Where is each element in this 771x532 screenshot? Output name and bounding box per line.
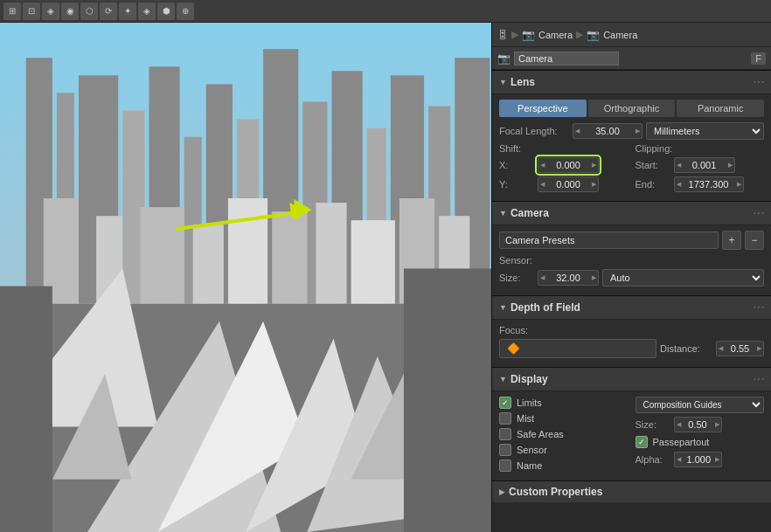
lens-section-menu[interactable]: ⋯: [753, 75, 764, 89]
toolbar-icon-7[interactable]: ✦: [119, 3, 136, 20]
right-panel: 🎛 ▶ 📷 Camera ▶ 📷 Camera 📷 F ▼ Lens ⋯ Per…: [491, 23, 771, 532]
limits-checkbox[interactable]: [499, 397, 511, 409]
dof-section-title: Depth of Field: [511, 301, 580, 314]
tab-perspective[interactable]: Perspective: [499, 100, 587, 117]
dof-section-content: Focus: 🔶 Distance: 0.55: [492, 320, 771, 367]
toolbar-icon-2[interactable]: ⊡: [23, 3, 40, 20]
svg-rect-24: [351, 220, 395, 303]
focus-label-row: Focus:: [499, 325, 764, 335]
passepartout-label: Passepartout: [653, 437, 710, 447]
toolbar-icon-10[interactable]: ⊕: [177, 3, 194, 20]
display-section-header[interactable]: ▼ Display ⋯: [492, 367, 771, 391]
focal-length-unit-select[interactable]: Millimeters: [646, 122, 764, 140]
toolbar-icon-5[interactable]: ⬡: [80, 3, 98, 20]
mist-row: Mist: [499, 412, 629, 425]
city-scene: [0, 23, 491, 532]
dof-collapse-triangle: ▼: [499, 303, 507, 312]
shift-col: Shift: X: 0.000 Y: 0.000: [499, 143, 629, 196]
camera-section-content: Camera Presets + − Sensor: Size: 32.00 A…: [492, 225, 771, 295]
shift-x-row: X: 0.000: [499, 157, 629, 173]
camera-presets-add-btn[interactable]: +: [722, 231, 741, 250]
display-size-label: Size:: [636, 419, 670, 430]
clipping-end-input[interactable]: 1737.300: [674, 176, 744, 192]
camera-icon-breadcrumb-2: 📷: [587, 29, 600, 41]
alpha-label: Alpha:: [636, 454, 670, 465]
clipping-label: Clipping:: [636, 143, 705, 154]
camera-presets-remove-btn[interactable]: −: [745, 231, 764, 250]
focus-label: Focus:: [499, 325, 569, 335]
distance-label: Distance:: [660, 343, 712, 354]
shift-label-row: Shift:: [499, 143, 629, 154]
name-row: Name: [499, 459, 629, 472]
dof-section-menu[interactable]: ⋯: [753, 301, 764, 314]
lens-section-header[interactable]: ▼ Lens ⋯: [492, 70, 771, 94]
alpha-input[interactable]: 1.000: [674, 452, 722, 467]
limits-label: Limits: [517, 397, 542, 408]
display-two-col: Limits Mist Safe Areas Sensor: [499, 397, 764, 475]
guides-select[interactable]: Composition Guides: [636, 397, 765, 413]
object-name-input[interactable]: [514, 52, 619, 66]
shift-x-input[interactable]: 0.000: [538, 157, 599, 173]
toolbar-icon-4[interactable]: ◉: [61, 3, 79, 20]
clipping-end-label: End:: [636, 179, 670, 190]
passepartout-checkbox[interactable]: [636, 436, 648, 448]
viewport[interactable]: [0, 23, 491, 532]
shift-y-input[interactable]: 0.000: [538, 176, 599, 192]
shift-x-label: X:: [499, 160, 534, 170]
camera-presets-dropdown[interactable]: Camera Presets: [499, 231, 719, 249]
tab-panoramic[interactable]: Panoramic: [677, 100, 764, 117]
distance-input[interactable]: 0.55: [716, 341, 764, 356]
name-label: Name: [517, 460, 542, 471]
sensor-label-row: Sensor:: [499, 255, 764, 266]
display-collapse-triangle: ▼: [499, 375, 507, 383]
clipping-start-input[interactable]: 0.001: [674, 157, 735, 173]
sensor-size-row: Size: 32.00 Auto: [499, 269, 764, 287]
lens-section-content: Perspective Orthographic Panoramic Focal…: [492, 94, 771, 201]
breadcrumb-sep-2: ▶: [576, 29, 583, 40]
clipping-label-row: Clipping:: [636, 143, 765, 154]
toolbar-icon-8[interactable]: ◈: [138, 3, 156, 20]
toolbar-icon-9[interactable]: ⬢: [157, 3, 175, 20]
safe-areas-row: Safe Areas: [499, 428, 629, 440]
safe-areas-checkbox[interactable]: [499, 428, 511, 440]
sensor-size-input[interactable]: 32.00: [538, 270, 599, 286]
focal-length-row: Focal Length: 35.00 Millimeters: [499, 122, 764, 140]
shift-y-row: Y: 0.000: [499, 176, 629, 192]
lens-collapse-triangle: ▼: [499, 78, 507, 86]
camera-section-menu[interactable]: ⋯: [753, 206, 764, 220]
tab-orthographic[interactable]: Orthographic: [588, 100, 676, 117]
focal-length-input[interactable]: 35.00: [573, 123, 642, 139]
focal-length-label: Focal Length:: [499, 126, 569, 136]
toolbar-icon-3[interactable]: ◈: [42, 3, 59, 20]
clipping-end-row: End: 1737.300: [636, 176, 765, 192]
shortcut-badge: F: [751, 52, 766, 65]
camera-section-header[interactable]: ▼ Camera ⋯: [492, 201, 771, 225]
sensor-checkbox[interactable]: [499, 444, 511, 456]
display-size-input[interactable]: 0.50: [674, 417, 722, 432]
toolbar-icon-6[interactable]: ⟳: [100, 3, 117, 20]
dof-section-header[interactable]: ▼ Depth of Field ⋯: [492, 295, 771, 320]
passepartout-row: Passepartout: [636, 436, 765, 448]
display-section-menu[interactable]: ⋯: [753, 372, 764, 386]
lens-section-title: Lens: [511, 76, 535, 88]
svg-rect-34: [0, 287, 52, 532]
shift-y-label: Y:: [499, 179, 534, 190]
focus-object-btn[interactable]: 🔶: [499, 339, 656, 358]
sensor-mode-select[interactable]: Auto: [602, 269, 764, 287]
custom-props-title: Custom Properties: [509, 486, 602, 498]
focus-obj-row: 🔶 Distance: 0.55: [499, 339, 764, 358]
focus-object-icon: 🔶: [507, 342, 520, 355]
display-size-row: Size: 0.50: [636, 417, 765, 432]
svg-rect-35: [404, 268, 491, 532]
sensor-size-label: Size:: [499, 273, 534, 283]
display-section-content: Limits Mist Safe Areas Sensor: [492, 391, 771, 480]
alpha-row: Alpha: 1.000: [636, 452, 765, 467]
main-area: 🎛 ▶ 📷 Camera ▶ 📷 Camera 📷 F ▼ Lens ⋯ Per…: [0, 23, 771, 532]
display-checkboxes-col: Limits Mist Safe Areas Sensor: [499, 397, 629, 475]
toolbar-icon-1[interactable]: ⊞: [3, 3, 21, 20]
svg-rect-20: [193, 225, 224, 303]
name-checkbox[interactable]: [499, 459, 511, 472]
svg-rect-22: [272, 211, 307, 304]
custom-props-header[interactable]: ▶ Custom Properties: [492, 480, 771, 502]
mist-checkbox[interactable]: [499, 412, 511, 425]
